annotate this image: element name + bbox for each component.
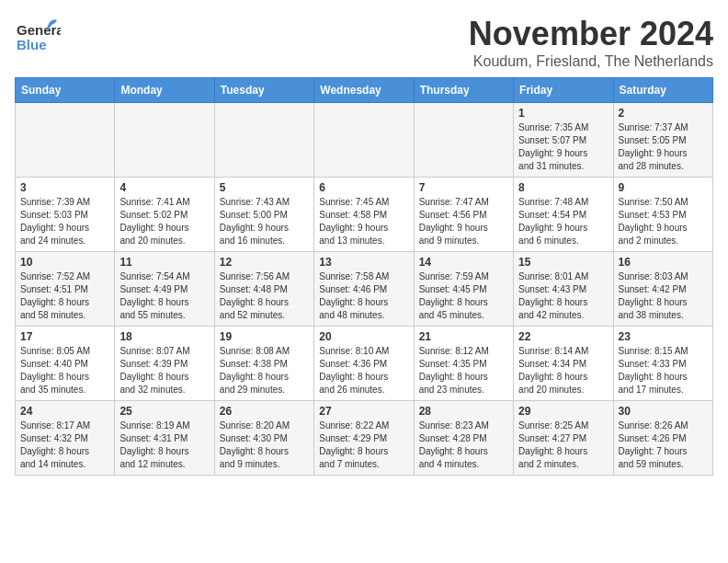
month-title: November 2024 — [469, 15, 713, 53]
day-info: Sunrise: 8:12 AM Sunset: 4:35 PM Dayligh… — [419, 345, 508, 396]
day-info: Sunrise: 7:45 AM Sunset: 4:58 PM Dayligh… — [319, 196, 408, 247]
logo: General Blue — [15, 15, 61, 64]
day-number: 6 — [319, 181, 408, 194]
day-number: 4 — [119, 181, 209, 194]
day-number: 28 — [419, 405, 508, 418]
day-info: Sunrise: 7:37 AM Sunset: 5:05 PM Dayligh… — [619, 121, 708, 173]
day-number: 29 — [518, 405, 608, 418]
day-number: 10 — [20, 256, 109, 269]
day-cell: 18Sunrise: 8:07 AM Sunset: 4:39 PM Dayli… — [115, 327, 214, 401]
day-cell: 8Sunrise: 7:48 AM Sunset: 4:54 PM Daylig… — [514, 178, 613, 252]
day-cell: 2Sunrise: 7:37 AM Sunset: 5:05 PM Daylig… — [613, 103, 712, 178]
day-info: Sunrise: 7:58 AM Sunset: 4:46 PM Dayligh… — [319, 270, 408, 322]
day-info: Sunrise: 8:20 AM Sunset: 4:30 PM Dayligh… — [220, 419, 309, 471]
day-cell: 11Sunrise: 7:54 AM Sunset: 4:49 PM Dayli… — [115, 252, 214, 327]
day-cell: 22Sunrise: 8:14 AM Sunset: 4:34 PM Dayli… — [514, 327, 613, 401]
day-cell: 19Sunrise: 8:08 AM Sunset: 4:38 PM Dayli… — [214, 327, 313, 401]
day-info: Sunrise: 8:15 AM Sunset: 4:33 PM Dayligh… — [619, 345, 708, 396]
day-cell: 25Sunrise: 8:19 AM Sunset: 4:31 PM Dayli… — [115, 401, 214, 476]
day-number: 30 — [619, 405, 708, 418]
day-cell: 4Sunrise: 7:41 AM Sunset: 5:02 PM Daylig… — [115, 178, 214, 252]
weekday-header-thursday: Thursday — [414, 78, 513, 103]
week-row-5: 24Sunrise: 8:17 AM Sunset: 4:32 PM Dayli… — [16, 401, 713, 476]
day-info: Sunrise: 7:59 AM Sunset: 4:45 PM Dayligh… — [419, 270, 508, 322]
day-cell: 23Sunrise: 8:15 AM Sunset: 4:33 PM Dayli… — [613, 327, 712, 401]
day-cell: 9Sunrise: 7:50 AM Sunset: 4:53 PM Daylig… — [613, 178, 712, 252]
day-cell: 12Sunrise: 7:56 AM Sunset: 4:48 PM Dayli… — [214, 252, 313, 327]
day-info: Sunrise: 7:47 AM Sunset: 4:56 PM Dayligh… — [419, 196, 508, 247]
day-cell — [16, 103, 115, 178]
day-number: 20 — [319, 330, 408, 343]
page-header: General Blue November 2024 Koudum, Fries… — [15, 15, 713, 70]
day-cell: 16Sunrise: 8:03 AM Sunset: 4:42 PM Dayli… — [613, 252, 712, 327]
day-number: 27 — [319, 405, 408, 418]
weekday-header-row: SundayMondayTuesdayWednesdayThursdayFrid… — [16, 78, 713, 103]
day-number: 13 — [319, 256, 408, 269]
day-info: Sunrise: 8:22 AM Sunset: 4:29 PM Dayligh… — [319, 419, 408, 471]
day-number: 23 — [619, 330, 708, 343]
day-cell: 28Sunrise: 8:23 AM Sunset: 4:28 PM Dayli… — [414, 401, 513, 476]
svg-text:Blue: Blue — [17, 37, 47, 52]
day-number: 5 — [220, 181, 309, 194]
day-info: Sunrise: 7:50 AM Sunset: 4:53 PM Dayligh… — [619, 196, 708, 247]
day-cell: 7Sunrise: 7:47 AM Sunset: 4:56 PM Daylig… — [414, 178, 513, 252]
day-info: Sunrise: 8:08 AM Sunset: 4:38 PM Dayligh… — [220, 345, 309, 396]
day-number: 11 — [119, 256, 209, 269]
weekday-header-tuesday: Tuesday — [214, 78, 313, 103]
day-info: Sunrise: 8:17 AM Sunset: 4:32 PM Dayligh… — [20, 419, 109, 471]
day-info: Sunrise: 8:14 AM Sunset: 4:34 PM Dayligh… — [518, 345, 608, 396]
day-info: Sunrise: 8:26 AM Sunset: 4:26 PM Dayligh… — [619, 419, 708, 471]
day-number: 15 — [518, 256, 608, 269]
day-number: 12 — [220, 256, 309, 269]
day-info: Sunrise: 8:07 AM Sunset: 4:39 PM Dayligh… — [119, 345, 209, 396]
day-cell: 14Sunrise: 7:59 AM Sunset: 4:45 PM Dayli… — [414, 252, 513, 327]
day-cell: 6Sunrise: 7:45 AM Sunset: 4:58 PM Daylig… — [314, 178, 414, 252]
day-info: Sunrise: 8:01 AM Sunset: 4:43 PM Dayligh… — [518, 270, 608, 322]
svg-text:General: General — [17, 22, 61, 38]
weekday-header-wednesday: Wednesday — [314, 78, 414, 103]
weekday-header-monday: Monday — [115, 78, 214, 103]
day-info: Sunrise: 8:03 AM Sunset: 4:42 PM Dayligh… — [619, 270, 708, 322]
day-info: Sunrise: 7:39 AM Sunset: 5:03 PM Dayligh… — [20, 196, 109, 247]
logo-icon: General Blue — [15, 15, 61, 61]
day-number: 1 — [518, 107, 608, 120]
day-number: 8 — [518, 181, 608, 194]
day-info: Sunrise: 8:19 AM Sunset: 4:31 PM Dayligh… — [119, 419, 209, 471]
day-cell: 29Sunrise: 8:25 AM Sunset: 4:27 PM Dayli… — [514, 401, 613, 476]
day-cell: 24Sunrise: 8:17 AM Sunset: 4:32 PM Dayli… — [16, 401, 115, 476]
day-info: Sunrise: 8:10 AM Sunset: 4:36 PM Dayligh… — [319, 345, 408, 396]
day-number: 17 — [20, 330, 109, 343]
day-cell: 13Sunrise: 7:58 AM Sunset: 4:46 PM Dayli… — [314, 252, 414, 327]
day-cell — [115, 103, 214, 178]
week-row-4: 17Sunrise: 8:05 AM Sunset: 4:40 PM Dayli… — [16, 327, 713, 401]
day-cell: 3Sunrise: 7:39 AM Sunset: 5:03 PM Daylig… — [16, 178, 115, 252]
day-info: Sunrise: 7:41 AM Sunset: 5:02 PM Dayligh… — [119, 196, 209, 247]
day-cell: 17Sunrise: 8:05 AM Sunset: 4:40 PM Dayli… — [16, 327, 115, 401]
day-cell — [314, 103, 414, 178]
day-number: 21 — [419, 330, 508, 343]
day-number: 9 — [619, 181, 708, 194]
day-cell: 1Sunrise: 7:35 AM Sunset: 5:07 PM Daylig… — [514, 103, 613, 178]
day-number: 22 — [518, 330, 608, 343]
day-info: Sunrise: 8:23 AM Sunset: 4:28 PM Dayligh… — [419, 419, 508, 471]
day-info: Sunrise: 7:48 AM Sunset: 4:54 PM Dayligh… — [518, 196, 608, 247]
week-row-1: 1Sunrise: 7:35 AM Sunset: 5:07 PM Daylig… — [16, 103, 713, 178]
day-number: 18 — [119, 330, 209, 343]
day-cell: 5Sunrise: 7:43 AM Sunset: 5:00 PM Daylig… — [214, 178, 313, 252]
day-info: Sunrise: 8:25 AM Sunset: 4:27 PM Dayligh… — [518, 419, 608, 471]
title-block: November 2024 Koudum, Friesland, The Net… — [469, 15, 713, 70]
day-number: 26 — [220, 405, 309, 418]
day-number: 14 — [419, 256, 508, 269]
day-info: Sunrise: 8:05 AM Sunset: 4:40 PM Dayligh… — [20, 345, 109, 396]
day-info: Sunrise: 7:52 AM Sunset: 4:51 PM Dayligh… — [20, 270, 109, 322]
day-number: 25 — [119, 405, 209, 418]
day-cell — [214, 103, 313, 178]
calendar-table: SundayMondayTuesdayWednesdayThursdayFrid… — [15, 77, 713, 476]
weekday-header-saturday: Saturday — [613, 78, 712, 103]
day-number: 19 — [220, 330, 309, 343]
day-cell: 20Sunrise: 8:10 AM Sunset: 4:36 PM Dayli… — [314, 327, 414, 401]
day-info: Sunrise: 7:43 AM Sunset: 5:00 PM Dayligh… — [220, 196, 309, 247]
day-info: Sunrise: 7:56 AM Sunset: 4:48 PM Dayligh… — [220, 270, 309, 322]
day-number: 7 — [419, 181, 508, 194]
weekday-header-sunday: Sunday — [16, 78, 115, 103]
